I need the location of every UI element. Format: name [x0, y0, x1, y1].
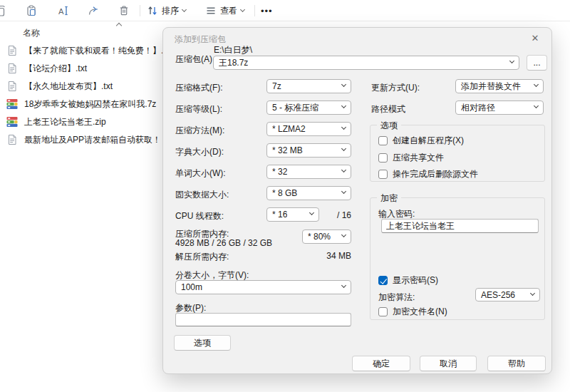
dictionary-select[interactable]: * 32 MB [266, 143, 351, 158]
help-button[interactable]: 帮助 [487, 356, 546, 371]
file-name: 18岁乖乖女被她妈囚禁在家叫我.7z [24, 98, 156, 110]
method-value: * LZMA2 [272, 124, 306, 134]
archive-path: E:\白日梦\ [214, 44, 252, 56]
checkbox-box [378, 170, 388, 179]
level-value: 5 - 标准压缩 [272, 102, 318, 114]
memory-extract-label: 解压所需内存: [175, 251, 229, 263]
checkbox-box [378, 136, 388, 145]
word-size-select[interactable]: * 32 [266, 165, 351, 179]
solid-block-value: * 8 GB [272, 188, 297, 198]
chevron-down-icon [341, 167, 346, 172]
chevron-down-icon [341, 82, 346, 87]
chevron-down-icon [341, 103, 346, 108]
sort-direction-caret-icon [116, 23, 122, 29]
archive-name-combobox[interactable]: 王18.7z [213, 56, 519, 70]
memory-compress-value: 4928 MB / 26 GB / 32 GB [175, 238, 272, 248]
encryption-group-title: 加密 [377, 192, 401, 205]
memory-percent-select[interactable]: * 80% [302, 229, 351, 244]
file-name: 【来了就能下载和观看！纯免费！】.txt [24, 45, 172, 57]
list-item[interactable]: 【来了就能下载和观看！纯免费！】.txt [0, 43, 171, 58]
archive-label: 压缩包(A) [175, 53, 212, 66]
chevron-down-icon [341, 146, 346, 151]
checkbox-delete-after[interactable]: 操作完成后删除源文件 [378, 168, 478, 180]
browse-button[interactable]: ... [527, 55, 547, 71]
chevron-down-icon [240, 7, 245, 12]
volume-size-combobox[interactable]: 100m [175, 280, 351, 294]
cancel-button[interactable]: 取消 [420, 356, 477, 371]
word-size-label: 单词大小(W): [175, 167, 226, 180]
list-item[interactable]: 【论坛介绍】.txt [0, 61, 171, 76]
list-item[interactable]: 最新地址及APP请发邮箱自动获取！！！.... [0, 132, 171, 148]
chevron-down-icon [341, 125, 346, 130]
share-icon[interactable] [88, 5, 99, 16]
checkbox-create-sfx[interactable]: 创建自解压程序(X) [378, 135, 464, 147]
ellipsis-icon: ••• [261, 6, 273, 16]
list-item[interactable]: 18岁乖乖女被她妈囚禁在家叫我.7z [0, 96, 171, 112]
checkbox-label: 操作完成后删除源文件 [393, 168, 478, 180]
chevron-down-icon [341, 283, 346, 288]
list-item[interactable]: 【永久地址发布页】.txt [0, 78, 171, 94]
column-header-name[interactable]: 名称 [23, 27, 40, 39]
memory-extract-value: 34 MB [291, 251, 351, 261]
path-mode-value: 相对路径 [461, 102, 495, 114]
solid-block-label: 固实数据大小: [175, 189, 229, 201]
ok-button[interactable]: 确定 [352, 356, 410, 371]
file-name: 【论坛介绍】.txt [24, 63, 87, 75]
method-select[interactable]: * LZMA2 [266, 122, 351, 136]
word-size-value: * 32 [272, 167, 287, 177]
checkbox-box [378, 307, 388, 316]
encryption-method-select[interactable]: AES-256 [475, 288, 540, 301]
format-value: 7z [272, 81, 281, 91]
list-item[interactable]: 上老王论坛当老王.zip [0, 114, 171, 130]
view-label: 查看 [220, 5, 237, 17]
view-button[interactable]: 查看 [205, 0, 244, 21]
copy-icon[interactable] [0, 5, 6, 16]
update-mode-value: 添加并替换文件 [461, 81, 521, 93]
encryption-method-value: AES-256 [481, 290, 515, 300]
checkbox-box [378, 153, 388, 163]
chevron-down-icon [534, 82, 539, 87]
update-mode-select[interactable]: 添加并替换文件 [455, 79, 544, 93]
path-mode-select[interactable]: 相对路径 [455, 100, 544, 115]
volume-size-value: 100m [181, 282, 202, 292]
chevron-down-icon [534, 103, 539, 108]
level-select[interactable]: 5 - 标准压缩 [266, 100, 351, 115]
rename-icon[interactable]: A [57, 5, 68, 16]
delete-icon[interactable] [118, 5, 130, 16]
encryption-method-label: 加密算法: [378, 292, 415, 304]
checkbox-box-checked [378, 276, 388, 285]
chevron-down-icon [341, 189, 346, 194]
sort-arrows-icon [147, 5, 158, 16]
chevron-down-icon [530, 291, 535, 296]
view-lines-icon [205, 5, 217, 16]
update-mode-label: 更新方式(U): [371, 82, 420, 94]
text-file-icon [6, 134, 18, 145]
text-file-icon [6, 81, 18, 92]
dictionary-value: * 32 MB [272, 145, 303, 155]
checkbox-show-password[interactable]: 显示密码(S) [378, 274, 438, 287]
cpu-threads-select[interactable]: * 16 [266, 207, 319, 222]
parameters-input[interactable] [175, 313, 351, 326]
explorer-toolbar: A 排序 [0, 0, 570, 21]
method-label: 压缩方法(M): [175, 125, 224, 137]
chevron-down-icon [182, 7, 187, 12]
solid-block-select[interactable]: * 8 GB [266, 186, 351, 200]
checkbox-label: 显示密码(S) [393, 274, 438, 287]
sort-label: 排序 [162, 5, 179, 17]
file-name: 上老王论坛当老王.zip [24, 116, 106, 128]
add-to-archive-dialog: 添加到压缩包 ✕ 压缩包(A) E:\白日梦\ 王18.7z ... 压缩格式(… [162, 27, 552, 374]
more-options-button[interactable]: ••• [261, 0, 273, 21]
chevron-down-icon [309, 210, 314, 215]
checkbox-label: 加密文件名(N) [393, 306, 447, 318]
format-label: 压缩格式(F): [175, 82, 223, 94]
format-select[interactable]: 7z [266, 79, 351, 93]
password-input[interactable] [381, 219, 539, 233]
archive-file-icon [6, 116, 18, 128]
checkbox-compress-shared[interactable]: 压缩共享文件 [378, 152, 444, 164]
svg-text:A: A [58, 7, 64, 16]
paste-icon[interactable] [26, 5, 37, 16]
options-button[interactable]: 选项 [174, 335, 231, 351]
sort-button[interactable]: 排序 [147, 0, 186, 21]
checkbox-encrypt-filenames[interactable]: 加密文件名(N) [378, 306, 447, 318]
close-icon[interactable]: ✕ [529, 32, 542, 45]
